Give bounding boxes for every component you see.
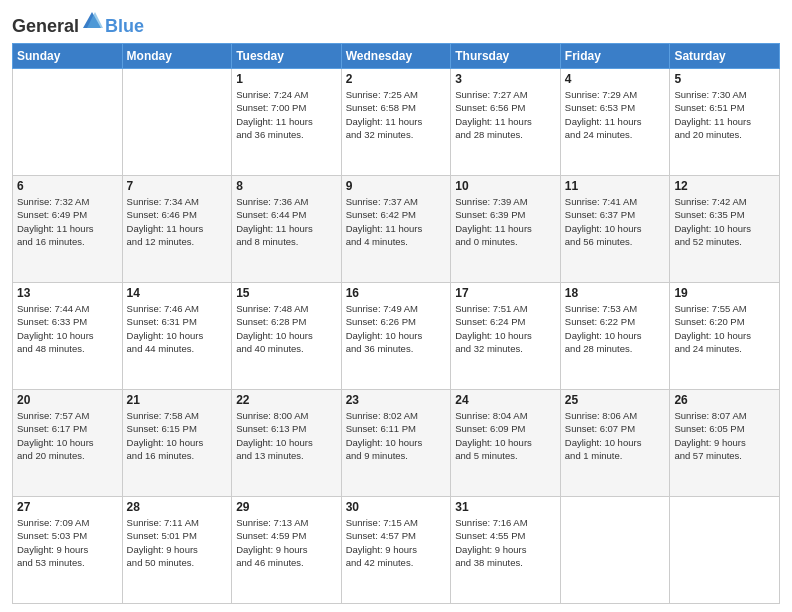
day-number: 31 <box>455 500 556 514</box>
calendar-cell: 7Sunrise: 7:34 AM Sunset: 6:46 PM Daylig… <box>122 176 232 283</box>
weekday-header-cell: Thursday <box>451 44 561 69</box>
calendar-cell <box>560 497 670 604</box>
weekday-header-cell: Wednesday <box>341 44 451 69</box>
day-info: Sunrise: 8:04 AM Sunset: 6:09 PM Dayligh… <box>455 409 556 462</box>
day-info: Sunrise: 7:32 AM Sunset: 6:49 PM Dayligh… <box>17 195 118 248</box>
logo-icon <box>81 10 103 32</box>
day-number: 15 <box>236 286 337 300</box>
day-number: 3 <box>455 72 556 86</box>
calendar-cell: 31Sunrise: 7:16 AM Sunset: 4:55 PM Dayli… <box>451 497 561 604</box>
day-info: Sunrise: 7:29 AM Sunset: 6:53 PM Dayligh… <box>565 88 666 141</box>
logo-blue: Blue <box>105 16 144 36</box>
day-info: Sunrise: 7:42 AM Sunset: 6:35 PM Dayligh… <box>674 195 775 248</box>
day-number: 21 <box>127 393 228 407</box>
day-info: Sunrise: 8:02 AM Sunset: 6:11 PM Dayligh… <box>346 409 447 462</box>
calendar-cell <box>670 497 780 604</box>
day-number: 1 <box>236 72 337 86</box>
calendar-cell <box>122 69 232 176</box>
day-number: 28 <box>127 500 228 514</box>
calendar-cell: 12Sunrise: 7:42 AM Sunset: 6:35 PM Dayli… <box>670 176 780 283</box>
calendar-cell: 30Sunrise: 7:15 AM Sunset: 4:57 PM Dayli… <box>341 497 451 604</box>
weekday-header-cell: Saturday <box>670 44 780 69</box>
day-number: 8 <box>236 179 337 193</box>
day-number: 27 <box>17 500 118 514</box>
day-number: 10 <box>455 179 556 193</box>
day-info: Sunrise: 7:30 AM Sunset: 6:51 PM Dayligh… <box>674 88 775 141</box>
day-info: Sunrise: 7:13 AM Sunset: 4:59 PM Dayligh… <box>236 516 337 569</box>
day-number: 18 <box>565 286 666 300</box>
calendar-body: 1Sunrise: 7:24 AM Sunset: 7:00 PM Daylig… <box>13 69 780 604</box>
calendar-cell: 20Sunrise: 7:57 AM Sunset: 6:17 PM Dayli… <box>13 390 123 497</box>
page-header: GeneralBlue <box>12 10 780 37</box>
calendar-cell: 1Sunrise: 7:24 AM Sunset: 7:00 PM Daylig… <box>232 69 342 176</box>
day-info: Sunrise: 7:16 AM Sunset: 4:55 PM Dayligh… <box>455 516 556 569</box>
day-number: 11 <box>565 179 666 193</box>
day-info: Sunrise: 8:00 AM Sunset: 6:13 PM Dayligh… <box>236 409 337 462</box>
day-info: Sunrise: 8:07 AM Sunset: 6:05 PM Dayligh… <box>674 409 775 462</box>
day-info: Sunrise: 7:58 AM Sunset: 6:15 PM Dayligh… <box>127 409 228 462</box>
day-info: Sunrise: 7:41 AM Sunset: 6:37 PM Dayligh… <box>565 195 666 248</box>
logo: GeneralBlue <box>12 10 144 37</box>
day-info: Sunrise: 7:46 AM Sunset: 6:31 PM Dayligh… <box>127 302 228 355</box>
day-number: 25 <box>565 393 666 407</box>
calendar-cell: 22Sunrise: 8:00 AM Sunset: 6:13 PM Dayli… <box>232 390 342 497</box>
day-info: Sunrise: 7:48 AM Sunset: 6:28 PM Dayligh… <box>236 302 337 355</box>
day-number: 29 <box>236 500 337 514</box>
calendar-cell: 25Sunrise: 8:06 AM Sunset: 6:07 PM Dayli… <box>560 390 670 497</box>
weekday-header-cell: Tuesday <box>232 44 342 69</box>
day-number: 4 <box>565 72 666 86</box>
day-info: Sunrise: 7:11 AM Sunset: 5:01 PM Dayligh… <box>127 516 228 569</box>
day-number: 6 <box>17 179 118 193</box>
calendar-cell: 18Sunrise: 7:53 AM Sunset: 6:22 PM Dayli… <box>560 283 670 390</box>
day-info: Sunrise: 7:44 AM Sunset: 6:33 PM Dayligh… <box>17 302 118 355</box>
day-number: 5 <box>674 72 775 86</box>
calendar-cell <box>13 69 123 176</box>
calendar-week-row: 13Sunrise: 7:44 AM Sunset: 6:33 PM Dayli… <box>13 283 780 390</box>
day-info: Sunrise: 7:55 AM Sunset: 6:20 PM Dayligh… <box>674 302 775 355</box>
calendar-cell: 4Sunrise: 7:29 AM Sunset: 6:53 PM Daylig… <box>560 69 670 176</box>
calendar-cell: 16Sunrise: 7:49 AM Sunset: 6:26 PM Dayli… <box>341 283 451 390</box>
day-info: Sunrise: 7:49 AM Sunset: 6:26 PM Dayligh… <box>346 302 447 355</box>
calendar-week-row: 27Sunrise: 7:09 AM Sunset: 5:03 PM Dayli… <box>13 497 780 604</box>
day-number: 12 <box>674 179 775 193</box>
calendar-cell: 21Sunrise: 7:58 AM Sunset: 6:15 PM Dayli… <box>122 390 232 497</box>
day-number: 20 <box>17 393 118 407</box>
calendar-cell: 17Sunrise: 7:51 AM Sunset: 6:24 PM Dayli… <box>451 283 561 390</box>
day-number: 19 <box>674 286 775 300</box>
calendar-cell: 13Sunrise: 7:44 AM Sunset: 6:33 PM Dayli… <box>13 283 123 390</box>
day-info: Sunrise: 7:24 AM Sunset: 7:00 PM Dayligh… <box>236 88 337 141</box>
day-number: 30 <box>346 500 447 514</box>
calendar-table: SundayMondayTuesdayWednesdayThursdayFrid… <box>12 43 780 604</box>
day-info: Sunrise: 7:27 AM Sunset: 6:56 PM Dayligh… <box>455 88 556 141</box>
day-info: Sunrise: 7:36 AM Sunset: 6:44 PM Dayligh… <box>236 195 337 248</box>
day-number: 26 <box>674 393 775 407</box>
weekday-header-cell: Monday <box>122 44 232 69</box>
calendar-cell: 15Sunrise: 7:48 AM Sunset: 6:28 PM Dayli… <box>232 283 342 390</box>
calendar-cell: 3Sunrise: 7:27 AM Sunset: 6:56 PM Daylig… <box>451 69 561 176</box>
day-number: 17 <box>455 286 556 300</box>
calendar-cell: 11Sunrise: 7:41 AM Sunset: 6:37 PM Dayli… <box>560 176 670 283</box>
day-number: 22 <box>236 393 337 407</box>
calendar-cell: 9Sunrise: 7:37 AM Sunset: 6:42 PM Daylig… <box>341 176 451 283</box>
calendar-cell: 5Sunrise: 7:30 AM Sunset: 6:51 PM Daylig… <box>670 69 780 176</box>
calendar-cell: 8Sunrise: 7:36 AM Sunset: 6:44 PM Daylig… <box>232 176 342 283</box>
day-info: Sunrise: 7:09 AM Sunset: 5:03 PM Dayligh… <box>17 516 118 569</box>
calendar-cell: 6Sunrise: 7:32 AM Sunset: 6:49 PM Daylig… <box>13 176 123 283</box>
calendar-cell: 24Sunrise: 8:04 AM Sunset: 6:09 PM Dayli… <box>451 390 561 497</box>
day-number: 23 <box>346 393 447 407</box>
calendar-cell: 27Sunrise: 7:09 AM Sunset: 5:03 PM Dayli… <box>13 497 123 604</box>
calendar-cell: 19Sunrise: 7:55 AM Sunset: 6:20 PM Dayli… <box>670 283 780 390</box>
logo-text: GeneralBlue <box>12 10 144 37</box>
calendar-week-row: 20Sunrise: 7:57 AM Sunset: 6:17 PM Dayli… <box>13 390 780 497</box>
day-info: Sunrise: 7:34 AM Sunset: 6:46 PM Dayligh… <box>127 195 228 248</box>
day-number: 16 <box>346 286 447 300</box>
day-info: Sunrise: 8:06 AM Sunset: 6:07 PM Dayligh… <box>565 409 666 462</box>
logo-general: General <box>12 16 79 36</box>
day-info: Sunrise: 7:39 AM Sunset: 6:39 PM Dayligh… <box>455 195 556 248</box>
day-info: Sunrise: 7:53 AM Sunset: 6:22 PM Dayligh… <box>565 302 666 355</box>
day-number: 7 <box>127 179 228 193</box>
weekday-header-cell: Friday <box>560 44 670 69</box>
calendar-cell: 28Sunrise: 7:11 AM Sunset: 5:01 PM Dayli… <box>122 497 232 604</box>
calendar-week-row: 1Sunrise: 7:24 AM Sunset: 7:00 PM Daylig… <box>13 69 780 176</box>
calendar-cell: 10Sunrise: 7:39 AM Sunset: 6:39 PM Dayli… <box>451 176 561 283</box>
